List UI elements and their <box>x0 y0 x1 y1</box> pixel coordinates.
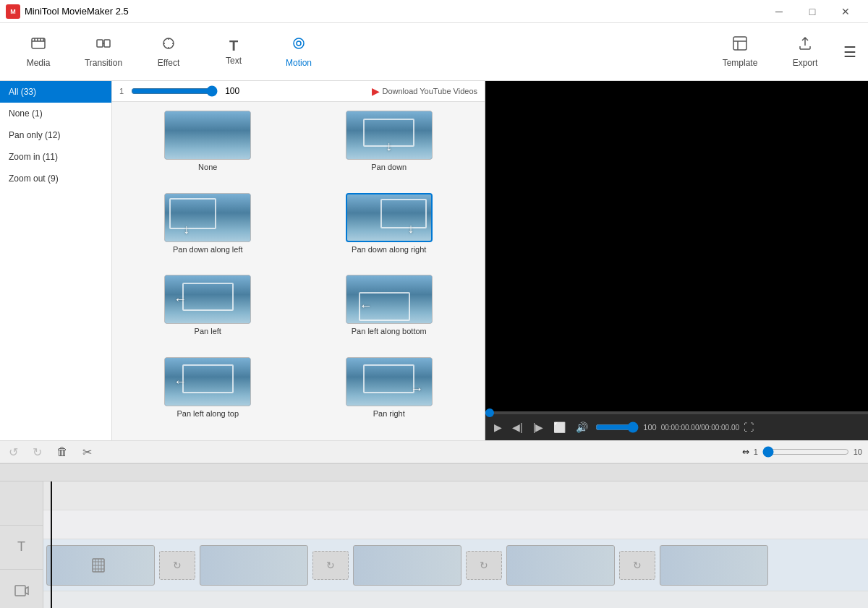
tl-label-video <box>0 570 43 609</box>
zoom-icon: ⇔ <box>742 447 749 457</box>
delete-button[interactable]: 🗑 <box>54 444 71 460</box>
motion-thumb-pan-down: ↓ <box>346 111 433 160</box>
speed-value: 100 <box>225 86 239 96</box>
motion-label-pan-left: Pan left <box>195 327 221 335</box>
timeline-tracks: ↻ ↻ ↻ ↻ <box>43 481 868 608</box>
time-display: 00:00:00.00/00:00:00.00 <box>661 424 739 432</box>
text-icon: T <box>229 38 238 53</box>
motion-thumb-pan-left: ← <box>164 275 251 324</box>
transition-icon <box>95 35 111 55</box>
motion-label-pan-down: Pan down <box>371 163 407 171</box>
redo-button[interactable]: ↻ <box>30 444 45 461</box>
motion-item-extra1[interactable]: ← Pan left along top <box>121 357 295 432</box>
volume-value: 100 <box>643 423 656 432</box>
motion-grid: None ↓ Pan down ↓ <box>112 102 485 440</box>
motion-item-pan-down-left[interactable]: ↓ Pan down along left <box>121 193 295 268</box>
tl-label-empty <box>0 481 43 526</box>
track-text <box>43 510 868 539</box>
sidebar-item-zoom-out[interactable]: Zoom out (9) <box>0 168 111 189</box>
timeline-area: T ↻ ↻ ↻ <box>0 463 868 608</box>
tl-clip-main[interactable] <box>46 545 155 586</box>
toolbar-media[interactable]: Media <box>6 26 71 78</box>
tl-transition-1[interactable]: ↻ <box>159 551 195 580</box>
menu-button[interactable]: ☰ <box>838 38 862 67</box>
youtube-download-button[interactable]: ▶ Download YouTube Videos <box>372 85 478 97</box>
stop-button[interactable]: ⬜ <box>550 420 569 434</box>
motion-item-pan-down[interactable]: ↓ Pan down <box>302 111 477 186</box>
sidebar-item-zoom-in[interactable]: Zoom in (11) <box>0 146 111 168</box>
pan-down-right-arrow: ↓ <box>408 221 414 236</box>
scissors-button[interactable]: ✂ <box>80 444 95 461</box>
toolbar-export[interactable]: Export <box>773 26 838 78</box>
maximize-button[interactable]: □ <box>796 0 829 23</box>
tl-clip-4[interactable] <box>506 545 615 586</box>
track-video: ↻ ↻ ↻ ↻ <box>43 539 868 591</box>
speed-slider[interactable] <box>131 85 218 97</box>
svg-point-4 <box>294 38 304 48</box>
sidebar-item-none[interactable]: None (1) <box>0 103 111 124</box>
youtube-icon: ▶ <box>372 85 380 97</box>
tl-transition-4[interactable]: ↻ <box>619 551 655 580</box>
motion-thumb-none <box>164 111 251 160</box>
motion-thumb-pan-left-bottom: ← <box>346 275 433 324</box>
main-toolbar: Media Transition Effect T Text Motion Te… <box>0 23 868 81</box>
app-title: MiniTool MovieMaker 2.5 <box>25 6 129 17</box>
progress-dot[interactable] <box>485 408 494 417</box>
tl-clip-2[interactable] <box>200 545 308 586</box>
pan-left-bottom-arrow: ← <box>359 299 372 314</box>
tl-clip-5[interactable] <box>660 545 768 586</box>
extra1-arrow: ← <box>174 374 187 389</box>
toolbar-motion[interactable]: Motion <box>266 26 331 78</box>
motion-item-none[interactable]: None <box>121 111 295 186</box>
timeline-labels: T <box>0 481 43 608</box>
timeline-header <box>0 464 868 481</box>
motion-thumb-pan-down-right: ↓ <box>346 193 433 242</box>
tl-clip-3[interactable] <box>353 545 461 586</box>
motion-item-pan-left[interactable]: ← Pan left <box>121 275 295 350</box>
svg-rect-7 <box>15 586 25 596</box>
toolbar-transition[interactable]: Transition <box>71 26 136 78</box>
motion-item-extra2[interactable]: → Pan right <box>302 357 477 432</box>
tl-transition-3[interactable]: ↻ <box>466 551 502 580</box>
toolbar-text-label: Text <box>226 56 242 66</box>
prev-frame-button[interactable]: ◀| <box>509 420 526 434</box>
motion-label-pan-down-right: Pan down along right <box>352 245 426 254</box>
fullscreen-button[interactable]: ⛶ <box>744 421 754 433</box>
preview-controls: ▶ ◀| |▶ ⬜ 🔊 100 00:00:00.00/00:00:00.00 … <box>485 414 868 440</box>
speed-label: 1 <box>119 87 124 95</box>
window-controls: ─ □ ✕ <box>762 0 862 23</box>
motion-label-none: None <box>198 163 217 171</box>
yt-btn-label: Download YouTube Videos <box>383 87 478 95</box>
motion-item-pan-left-bottom[interactable]: ← Pan left along bottom <box>302 275 477 350</box>
undo-button[interactable]: ↺ <box>6 444 21 461</box>
sidebar-item-pan-only[interactable]: Pan only (12) <box>0 124 111 146</box>
toolbar-template[interactable]: Template <box>707 26 773 78</box>
close-button[interactable]: ✕ <box>829 0 862 23</box>
tl-label-text: T <box>0 526 43 570</box>
toolbar-text[interactable]: T Text <box>201 26 266 78</box>
sidebar: All (33) None (1) Pan only (12) Zoom in … <box>0 81 112 440</box>
sidebar-item-all[interactable]: All (33) <box>0 81 111 103</box>
content-panel: 1 100 ▶ Download YouTube Videos None <box>112 81 485 440</box>
svg-rect-2 <box>104 40 110 47</box>
svg-rect-6 <box>733 37 746 50</box>
motion-label-pan-down-left: Pan down along left <box>173 245 243 254</box>
motion-item-pan-down-right[interactable]: ↓ Pan down along right <box>302 193 477 268</box>
pan-down-left-arrow: ↓ <box>183 222 190 237</box>
extra2-arrow: → <box>410 382 423 397</box>
volume-slider[interactable] <box>595 421 639 433</box>
motion-label-pan-left-bottom: Pan left along bottom <box>352 327 427 335</box>
preview-progress-bar[interactable] <box>485 411 868 414</box>
volume-button[interactable]: 🔊 <box>573 420 591 434</box>
pan-down-arrow: ↓ <box>386 139 392 154</box>
play-button[interactable]: ▶ <box>491 420 505 434</box>
timeline-body: T ↻ ↻ ↻ <box>0 481 868 608</box>
tl-transition-2[interactable]: ↻ <box>312 551 349 580</box>
minimize-button[interactable]: ─ <box>762 0 796 23</box>
zoom-area: ⇔ 1 10 <box>742 446 862 458</box>
zoom-slider[interactable] <box>762 446 849 458</box>
preview-video <box>485 81 868 411</box>
toolbar-effect[interactable]: Effect <box>136 26 201 78</box>
app-title-area: M MiniTool MovieMaker 2.5 <box>6 4 129 19</box>
next-frame-button[interactable]: |▶ <box>530 420 547 434</box>
